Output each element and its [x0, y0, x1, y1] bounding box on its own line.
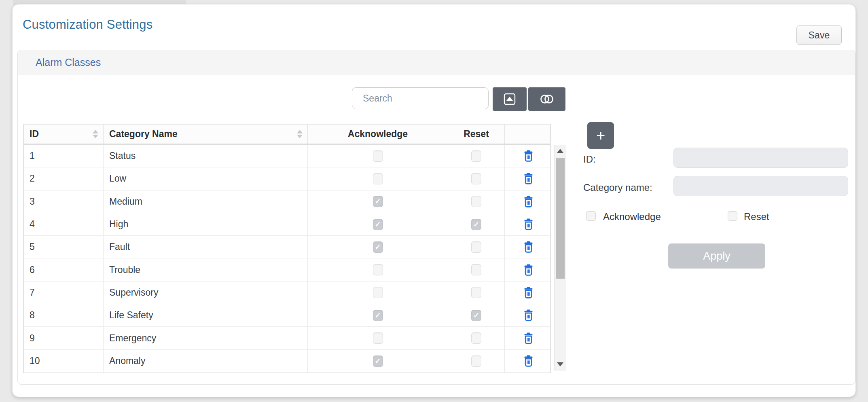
cell-acknowledge [308, 213, 448, 235]
cell-actions [505, 190, 552, 213]
ack-checkbox[interactable] [373, 310, 383, 321]
settings-card: Customization Settings Save Alarm Classe… [12, 4, 856, 397]
cell-acknowledge [308, 167, 448, 190]
table-row: 10 Anomaly [24, 350, 550, 372]
cell-name: Fault [104, 236, 308, 258]
reset-checkbox-label: Reset [744, 211, 769, 222]
ack-checkbox[interactable] [373, 173, 383, 184]
cell-acknowledge [308, 350, 448, 372]
column-header-actions [505, 125, 552, 144]
reset-checkbox[interactable] [471, 332, 481, 344]
save-button[interactable]: Save [796, 25, 842, 45]
toggle-view-button[interactable] [528, 87, 565, 111]
reset-checkbox[interactable] [471, 241, 481, 253]
cell-reset [448, 236, 505, 258]
reset-checkbox[interactable] [471, 150, 481, 162]
export-button[interactable] [493, 87, 527, 111]
category-name-field-label: Category name: [583, 182, 652, 193]
reset-checkbox[interactable] [471, 264, 481, 275]
column-header-id[interactable]: ID [24, 125, 104, 144]
reset-checkbox[interactable] [471, 196, 481, 207]
trash-icon [523, 150, 534, 162]
cell-actions [505, 236, 552, 258]
ack-checkbox[interactable] [373, 264, 383, 275]
column-header-acknowledge-label: Acknowledge [348, 129, 408, 140]
cell-actions [505, 350, 552, 372]
cell-id: 4 [24, 213, 104, 235]
id-field[interactable] [673, 148, 848, 168]
reset-checkbox[interactable] [471, 310, 481, 321]
cell-reset [448, 281, 505, 304]
ack-checkbox[interactable] [373, 241, 383, 253]
table-scrollbar[interactable] [554, 145, 566, 370]
delete-row-button[interactable] [523, 264, 534, 276]
table-row: 6 Trouble [24, 258, 550, 281]
delete-row-button[interactable] [523, 309, 534, 321]
cell-reset [448, 167, 505, 190]
category-name-field[interactable] [673, 176, 848, 196]
table-row: 2 Low [24, 167, 550, 190]
cell-name: High [104, 213, 308, 235]
cell-reset [448, 145, 505, 167]
delete-row-button[interactable] [523, 355, 534, 367]
cell-actions [505, 304, 552, 326]
cell-reset [448, 190, 505, 213]
page-title: Customization Settings [23, 17, 152, 32]
panel-header: Alarm Classes [18, 50, 855, 75]
ack-checkbox[interactable] [373, 219, 383, 230]
trash-icon [523, 355, 534, 367]
cell-actions [505, 281, 552, 304]
add-class-button[interactable]: + [587, 122, 614, 149]
cell-id: 2 [24, 167, 104, 190]
delete-row-button[interactable] [523, 150, 534, 162]
trash-icon [523, 173, 534, 184]
ack-checkbox[interactable] [373, 287, 383, 298]
cell-name: Life Safety [104, 304, 308, 326]
delete-row-button[interactable] [523, 173, 534, 184]
sort-icon[interactable] [297, 129, 303, 140]
cell-name: Status [104, 145, 308, 167]
cell-acknowledge [308, 236, 448, 258]
delete-row-button[interactable] [523, 218, 534, 230]
reset-checkbox[interactable] [471, 287, 481, 298]
cell-name: Emergency [104, 327, 308, 349]
cell-name: Trouble [104, 258, 308, 281]
scroll-up-icon[interactable] [555, 145, 566, 157]
acknowledge-checkbox[interactable] [586, 211, 596, 221]
cell-name: Medium [104, 190, 308, 213]
apply-button[interactable]: Apply [668, 243, 765, 269]
scrollbar-thumb[interactable] [556, 158, 565, 279]
cell-name: Low [104, 167, 308, 190]
delete-row-button[interactable] [523, 332, 534, 344]
panel-title: Alarm Classes [36, 57, 101, 68]
reset-checkbox[interactable] [471, 173, 481, 184]
cell-reset [448, 258, 505, 281]
cell-acknowledge [308, 145, 448, 167]
delete-row-button[interactable] [523, 287, 534, 298]
id-field-label: ID: [583, 154, 596, 165]
alarm-classes-panel: Alarm Classes ID [17, 50, 855, 385]
search-input[interactable] [352, 87, 489, 109]
column-header-category-name[interactable]: Category Name [104, 125, 308, 144]
delete-row-button[interactable] [523, 196, 534, 207]
cell-id: 10 [24, 350, 104, 372]
trash-icon [523, 218, 534, 230]
reset-checkbox[interactable] [728, 211, 737, 221]
cell-id: 3 [24, 190, 104, 213]
ack-checkbox[interactable] [373, 196, 383, 207]
reset-checkbox[interactable] [471, 219, 481, 230]
plus-icon: + [596, 127, 605, 144]
table-row: 9 Emergency [24, 327, 550, 349]
delete-row-button[interactable] [523, 241, 534, 253]
scroll-down-icon[interactable] [555, 359, 566, 370]
reset-checkbox[interactable] [471, 355, 481, 367]
ack-checkbox[interactable] [373, 150, 383, 162]
sort-icon[interactable] [93, 129, 98, 140]
cell-reset [448, 304, 505, 326]
cell-acknowledge [308, 327, 448, 349]
cell-name: Supervisory [104, 281, 308, 304]
ack-checkbox[interactable] [373, 355, 383, 367]
cell-id: 8 [24, 304, 104, 326]
trash-icon [523, 287, 534, 298]
ack-checkbox[interactable] [373, 332, 383, 344]
